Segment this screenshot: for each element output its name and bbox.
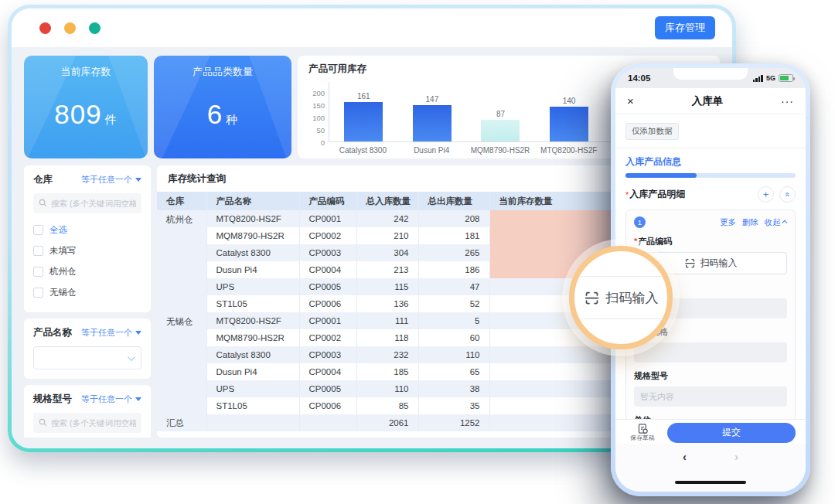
inventory-management-button[interactable]: 库存管理 <box>655 16 715 39</box>
disabled-field: 暂无内容 <box>634 387 787 407</box>
column-header: 总出库数量 <box>418 192 489 210</box>
collapse-all-button[interactable]: « <box>779 186 796 203</box>
close-icon[interactable]: × <box>627 94 634 107</box>
filter-condition-label: 等于任意一个 <box>81 174 132 186</box>
submit-button[interactable]: 提交 <box>667 423 796 443</box>
bar-value-label: 87 <box>496 110 505 118</box>
cell-code: CP0002 <box>299 227 356 244</box>
item-index-badge: 1 <box>634 216 646 228</box>
cell-in: 185 <box>356 363 418 380</box>
cell-code: CP0003 <box>299 244 356 261</box>
cell-code: CP0004 <box>299 261 356 278</box>
filter-group-2: 产品名称等于任意一个 <box>24 318 151 379</box>
required-asterisk: * <box>625 190 629 199</box>
filter-search-input[interactable] <box>51 199 136 208</box>
save-draft-button[interactable]: 保存草稿 <box>625 423 659 442</box>
field-label: 规格型号 <box>634 370 787 382</box>
cell-name: Dusun Pi4 <box>206 363 299 380</box>
filter-condition-dropdown[interactable]: 等于任意一个 <box>81 174 141 186</box>
scan-input-magnifier[interactable]: 扫码输入 <box>569 246 673 349</box>
cell-out: 208 <box>418 210 489 227</box>
checkbox[interactable] <box>33 288 43 298</box>
cell-in: 118 <box>356 329 418 346</box>
collapse-link[interactable]: 收起 <box>765 217 787 228</box>
cell-name: UPS <box>206 278 299 295</box>
stat-label: 当前库存数 <box>61 65 111 79</box>
cell-out: 52 <box>418 295 489 312</box>
filter-select[interactable] <box>33 346 141 369</box>
chevron-down-icon <box>135 397 141 401</box>
back-arrow-icon[interactable]: ‹ <box>683 450 687 463</box>
save-draft-icon <box>637 423 649 434</box>
window-close-dot[interactable] <box>39 22 51 34</box>
delete-link[interactable]: 删除 <box>742 217 758 228</box>
filter-option[interactable]: 无锡仓 <box>33 282 141 303</box>
tab-inbound-product-info[interactable]: 入库产品信息 <box>625 155 796 169</box>
filter-option[interactable]: 未填写 <box>33 240 141 261</box>
cell-in: 210 <box>356 227 418 244</box>
phone-navbar: × 入库单 ··· <box>615 88 806 114</box>
chart-bar <box>481 120 520 141</box>
filter-search-input[interactable] <box>51 418 136 427</box>
checkbox[interactable] <box>33 225 43 235</box>
cell-code: CP0003 <box>299 346 356 363</box>
forward-arrow-icon[interactable]: › <box>734 450 738 463</box>
cell-code: CP0005 <box>299 278 356 295</box>
filter-condition-dropdown[interactable]: 等于任意一个 <box>81 327 141 339</box>
home-indicator[interactable] <box>675 481 746 484</box>
filter-option-label: 无锡仓 <box>49 287 77 298</box>
stat-value: 6种 <box>207 99 238 130</box>
chart-bar-slot: 161 <box>329 82 398 141</box>
x-tick-label: MTQ8200-HS2F <box>534 146 603 155</box>
signal-icon <box>753 75 763 82</box>
cell-in: 115 <box>356 278 418 295</box>
chart-bar-slot: 140 <box>535 82 604 141</box>
column-header: 仓库 <box>157 192 206 210</box>
column-header: 产品名称 <box>206 192 299 210</box>
cell-code: CP0005 <box>299 380 356 397</box>
checkbox[interactable] <box>33 246 43 256</box>
filter-option-label: 全选 <box>49 224 67 236</box>
add-item-button[interactable]: + <box>758 186 774 203</box>
filter-option[interactable]: 杭州仓 <box>33 261 141 282</box>
more-link[interactable]: 更多 <box>720 217 736 228</box>
tab-progress-bar <box>625 173 796 178</box>
filter-group-header: 规格型号等于任意一个 <box>33 393 141 406</box>
y-tick-label: 200 <box>312 89 325 97</box>
cell-code: CP0006 <box>299 397 356 414</box>
chart-bar <box>413 105 452 141</box>
window-maximize-dot[interactable] <box>89 22 101 34</box>
cell-name: Catalyst 8300 <box>206 346 299 363</box>
x-tick-label: MQM8790-HS2R <box>466 146 535 155</box>
scan-icon <box>584 290 600 306</box>
filter-search <box>33 193 141 213</box>
cell-out: 65 <box>418 363 489 380</box>
cell-name: Catalyst 8300 <box>206 244 299 261</box>
cell-name: UPS <box>206 380 299 397</box>
cell-name: MTQ8200-HS2F <box>206 312 299 329</box>
checkbox[interactable] <box>33 267 43 277</box>
more-icon[interactable]: ··· <box>781 95 794 107</box>
cell-code: CP0002 <box>299 329 356 346</box>
filter-option[interactable]: 全选 <box>33 220 141 240</box>
cell-out: 5 <box>418 312 489 329</box>
bar-value-label: 161 <box>357 92 370 100</box>
battery-icon <box>779 74 793 82</box>
window-minimize-dot[interactable] <box>64 22 76 34</box>
filter-condition-dropdown[interactable]: 等于任意一个 <box>81 393 141 405</box>
x-tick-label: Catalyst 8300 <box>329 146 397 155</box>
filter-search <box>33 413 141 433</box>
stat-label: 产品品类数量 <box>193 65 253 79</box>
warehouse-cell: 无锡仓 <box>157 312 206 414</box>
cell-name: ST1L05 <box>206 397 299 414</box>
summary-cell: 汇总 <box>157 414 206 431</box>
cell-name: ST1L05 <box>206 295 299 312</box>
y-tick-label: 100 <box>312 114 325 122</box>
filter-group-title: 仓库 <box>33 173 53 186</box>
cell-code: CP0004 <box>299 363 356 380</box>
summary-cell: 2061 <box>356 414 418 431</box>
search-icon <box>39 196 47 210</box>
filter-group-title: 产品名称 <box>33 326 72 339</box>
y-tick-label: 0 <box>321 138 325 147</box>
cell-in: 136 <box>356 295 418 312</box>
